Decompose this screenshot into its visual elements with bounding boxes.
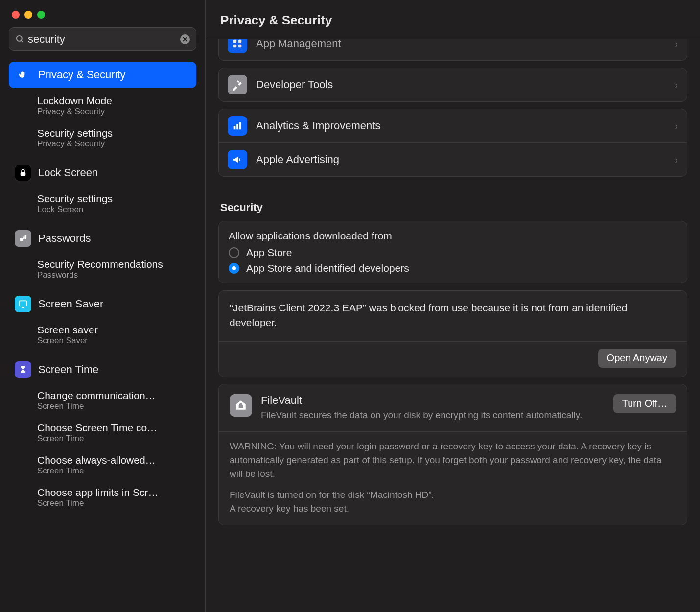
filevault-icon (230, 394, 252, 417)
filevault-description: FileVault secures the data on your disk … (261, 409, 605, 422)
sidebar-group-lockscreen: Lock Screen Security settings Lock Scree… (9, 160, 196, 216)
hourglass-icon (15, 361, 31, 378)
chart-icon (228, 116, 247, 136)
svg-rect-2 (21, 172, 26, 176)
svg-rect-7 (233, 45, 236, 47)
sidebar-subitem-lockscreen-security[interactable]: Security settings Lock Screen (9, 191, 196, 216)
row-developer-tools[interactable]: Developer Tools › (219, 68, 687, 101)
filevault-warning: WARNING: You will need your login passwo… (230, 440, 676, 480)
main-scroll[interactable]: App Management › Developer Tools › Analy… (206, 39, 700, 612)
radio-icon (229, 263, 239, 274)
search-icon (15, 34, 25, 44)
radio-icon (229, 247, 239, 258)
row-label: Analytics & Improvements (256, 119, 380, 132)
radio-app-store-and-developers[interactable]: App Store and identified developers (229, 262, 677, 274)
sidebar-subitem-st-0[interactable]: Change communication… Screen Time (9, 388, 196, 413)
sidebar-subitem-st-1[interactable]: Choose Screen Time co… Screen Time (9, 420, 196, 446)
sidebar-item-label: Screen Saver (38, 298, 103, 310)
svg-rect-4 (20, 301, 27, 306)
sidebar-group-passwords: Passwords Security Recommendations Passw… (9, 225, 196, 282)
svg-rect-11 (239, 122, 241, 130)
key-icon (15, 230, 31, 247)
svg-rect-6 (238, 40, 241, 43)
svg-rect-9 (234, 126, 236, 129)
svg-rect-8 (238, 45, 241, 47)
row-app-management[interactable]: App Management › (218, 39, 687, 61)
grid-icon (228, 39, 247, 53)
minimize-window-button[interactable] (24, 11, 32, 19)
clear-search-button[interactable]: ✕ (180, 34, 190, 44)
sidebar-item-label: Lock Screen (38, 166, 98, 179)
open-anyway-button[interactable]: Open Anyway (598, 349, 676, 368)
hammer-icon (228, 75, 247, 94)
sidebar-subitem-st-3[interactable]: Choose app limits in Scr… Screen Time (9, 485, 196, 510)
sidebar-group-screentime: Screen Time Change communication… Screen… (9, 356, 196, 510)
card-blocked-app: “JetBrains Client 2022.3 EAP” was blocke… (218, 290, 687, 377)
close-window-button[interactable] (12, 11, 20, 19)
divider (219, 431, 687, 432)
filevault-title: FileVault (261, 394, 605, 407)
divider (219, 341, 687, 342)
sidebar-subitem-security-settings[interactable]: Security settings Privacy & Security (9, 125, 196, 151)
sidebar-item-lock-screen[interactable]: Lock Screen (9, 160, 196, 186)
megaphone-icon (228, 150, 247, 169)
sidebar-subitem-lockdown-mode[interactable]: Lockdown Mode Privacy & Security (9, 93, 196, 118)
hand-icon (15, 67, 31, 83)
sidebar-item-screen-saver[interactable]: Screen Saver (9, 291, 196, 317)
card-filevault: FileVault FileVault secures the data on … (218, 384, 687, 525)
sidebar-subitem-screen-saver[interactable]: Screen saver Screen Saver (9, 322, 196, 348)
row-apple-advertising[interactable]: Apple Advertising › (219, 142, 687, 176)
radio-app-store[interactable]: App Store (229, 247, 677, 259)
screensaver-icon (15, 296, 31, 312)
sidebar-item-label: Screen Time (38, 363, 99, 376)
sidebar-item-label: Privacy & Security (38, 69, 126, 81)
sidebar-item-passwords[interactable]: Passwords (9, 225, 196, 252)
svg-point-0 (17, 36, 22, 41)
sidebar-item-privacy-security[interactable]: Privacy & Security (9, 62, 196, 88)
svg-line-1 (22, 41, 23, 43)
lock-icon (15, 165, 31, 181)
main-content: Privacy & Security App Management › Deve… (206, 0, 700, 612)
card-developer-tools: Developer Tools › (218, 68, 687, 102)
sidebar-item-screen-time[interactable]: Screen Time (9, 356, 196, 383)
sidebar-subitem-security-recommendations[interactable]: Security Recommendations Passwords (9, 257, 196, 282)
page-title: Privacy & Security (206, 0, 700, 39)
row-label: App Management (256, 39, 341, 50)
card-allow-applications: Allow applications downloaded from App S… (218, 221, 687, 283)
sidebar-item-label: Passwords (38, 232, 91, 245)
window-controls (9, 7, 196, 27)
radio-label: App Store (246, 247, 292, 259)
section-title-security: Security (220, 201, 685, 214)
chevron-right-icon: › (675, 39, 678, 49)
maximize-window-button[interactable] (37, 11, 45, 19)
search-field[interactable]: ✕ (9, 27, 196, 51)
svg-point-3 (20, 238, 23, 241)
card-analytics-advertising: Analytics & Improvements › Apple Adverti… (218, 109, 687, 177)
radio-label: App Store and identified developers (246, 262, 409, 274)
chevron-right-icon: › (675, 120, 678, 132)
sidebar-group-screensaver: Screen Saver Screen saver Screen Saver (9, 291, 196, 348)
search-input[interactable] (25, 32, 180, 47)
blocked-app-message: “JetBrains Client 2022.3 EAP” was blocke… (230, 301, 676, 330)
sidebar-group-privacy: Privacy & Security Lockdown Mode Privacy… (9, 62, 196, 151)
svg-rect-10 (236, 124, 238, 129)
chevron-right-icon: › (675, 79, 678, 91)
svg-rect-5 (233, 40, 236, 43)
chevron-right-icon: › (675, 154, 678, 165)
sidebar-subitem-st-2[interactable]: Choose always-allowed… Screen Time (9, 452, 196, 478)
row-label: Developer Tools (256, 78, 333, 91)
sidebar: ✕ Privacy & Security Lockdown Mode Priva… (0, 0, 206, 612)
row-label: Apple Advertising (256, 153, 339, 166)
row-analytics[interactable]: Analytics & Improvements › (219, 109, 687, 142)
filevault-turn-off-button[interactable]: Turn Off… (613, 394, 676, 413)
allow-applications-label: Allow applications downloaded from (229, 230, 677, 242)
filevault-status: FileVault is turned on for the disk “Mac… (230, 488, 676, 515)
